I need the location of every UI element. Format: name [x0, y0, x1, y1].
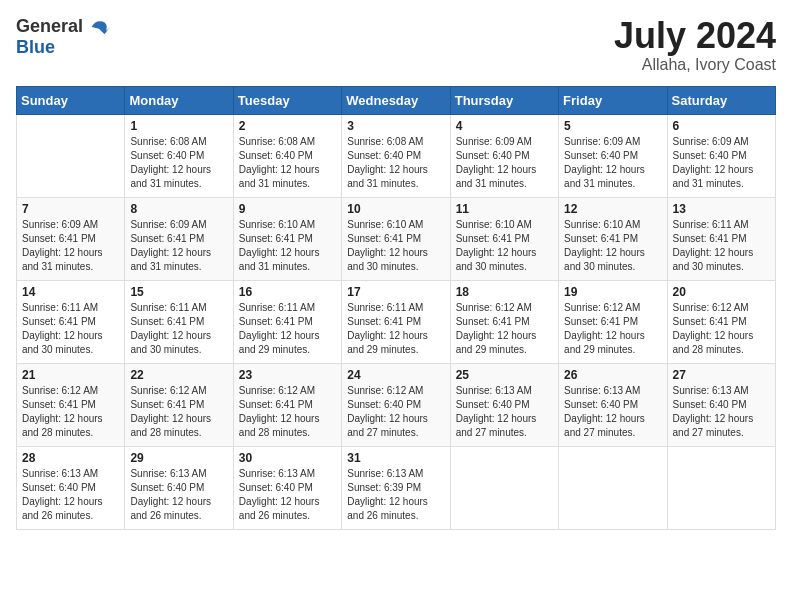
title-block: July 2024 Allaha, Ivory Coast [614, 16, 776, 74]
day-info: Sunrise: 6:13 AM Sunset: 6:40 PM Dayligh… [239, 467, 336, 523]
sunrise-label: Sunrise: 6:09 AM [673, 136, 749, 147]
calendar-cell: 27 Sunrise: 6:13 AM Sunset: 6:40 PM Dayl… [667, 363, 775, 446]
weekday-header-wednesday: Wednesday [342, 86, 450, 114]
day-info: Sunrise: 6:12 AM Sunset: 6:41 PM Dayligh… [239, 384, 336, 440]
calendar-cell: 31 Sunrise: 6:13 AM Sunset: 6:39 PM Dayl… [342, 446, 450, 529]
day-number: 26 [564, 368, 661, 382]
sunset-label: Sunset: 6:40 PM [456, 399, 530, 410]
day-info: Sunrise: 6:09 AM Sunset: 6:40 PM Dayligh… [456, 135, 553, 191]
sunset-label: Sunset: 6:40 PM [564, 150, 638, 161]
day-number: 7 [22, 202, 119, 216]
sunset-label: Sunset: 6:41 PM [22, 316, 96, 327]
calendar-cell: 14 Sunrise: 6:11 AM Sunset: 6:41 PM Dayl… [17, 280, 125, 363]
calendar-cell: 22 Sunrise: 6:12 AM Sunset: 6:41 PM Dayl… [125, 363, 233, 446]
daylight-label: Daylight: 12 hours and 31 minutes. [456, 164, 537, 189]
day-info: Sunrise: 6:12 AM Sunset: 6:41 PM Dayligh… [22, 384, 119, 440]
day-info: Sunrise: 6:09 AM Sunset: 6:41 PM Dayligh… [22, 218, 119, 274]
day-info: Sunrise: 6:11 AM Sunset: 6:41 PM Dayligh… [130, 301, 227, 357]
calendar-week-row: 1 Sunrise: 6:08 AM Sunset: 6:40 PM Dayli… [17, 114, 776, 197]
calendar-week-row: 7 Sunrise: 6:09 AM Sunset: 6:41 PM Dayli… [17, 197, 776, 280]
day-number: 23 [239, 368, 336, 382]
daylight-label: Daylight: 12 hours and 27 minutes. [456, 413, 537, 438]
daylight-label: Daylight: 12 hours and 28 minutes. [130, 413, 211, 438]
sunrise-label: Sunrise: 6:09 AM [22, 219, 98, 230]
sunset-label: Sunset: 6:41 PM [456, 316, 530, 327]
day-info: Sunrise: 6:12 AM Sunset: 6:41 PM Dayligh… [456, 301, 553, 357]
daylight-label: Daylight: 12 hours and 26 minutes. [130, 496, 211, 521]
sunrise-label: Sunrise: 6:13 AM [673, 385, 749, 396]
day-info: Sunrise: 6:13 AM Sunset: 6:40 PM Dayligh… [22, 467, 119, 523]
daylight-label: Daylight: 12 hours and 29 minutes. [239, 330, 320, 355]
day-number: 27 [673, 368, 770, 382]
calendar-week-row: 28 Sunrise: 6:13 AM Sunset: 6:40 PM Dayl… [17, 446, 776, 529]
day-info: Sunrise: 6:10 AM Sunset: 6:41 PM Dayligh… [347, 218, 444, 274]
sunrise-label: Sunrise: 6:13 AM [347, 468, 423, 479]
daylight-label: Daylight: 12 hours and 30 minutes. [347, 247, 428, 272]
weekday-header-tuesday: Tuesday [233, 86, 341, 114]
day-number: 3 [347, 119, 444, 133]
day-info: Sunrise: 6:09 AM Sunset: 6:40 PM Dayligh… [673, 135, 770, 191]
day-info: Sunrise: 6:13 AM Sunset: 6:40 PM Dayligh… [456, 384, 553, 440]
sunrise-label: Sunrise: 6:13 AM [130, 468, 206, 479]
sunrise-label: Sunrise: 6:12 AM [673, 302, 749, 313]
daylight-label: Daylight: 12 hours and 27 minutes. [347, 413, 428, 438]
day-info: Sunrise: 6:11 AM Sunset: 6:41 PM Dayligh… [347, 301, 444, 357]
sunset-label: Sunset: 6:41 PM [347, 316, 421, 327]
sunrise-label: Sunrise: 6:12 AM [130, 385, 206, 396]
daylight-label: Daylight: 12 hours and 29 minutes. [347, 330, 428, 355]
sunset-label: Sunset: 6:40 PM [239, 482, 313, 493]
calendar-cell: 24 Sunrise: 6:12 AM Sunset: 6:40 PM Dayl… [342, 363, 450, 446]
logo: General Blue [16, 16, 110, 58]
day-number: 9 [239, 202, 336, 216]
calendar-cell: 20 Sunrise: 6:12 AM Sunset: 6:41 PM Dayl… [667, 280, 775, 363]
calendar-cell: 10 Sunrise: 6:10 AM Sunset: 6:41 PM Dayl… [342, 197, 450, 280]
sunset-label: Sunset: 6:41 PM [130, 316, 204, 327]
month-title: July 2024 [614, 16, 776, 56]
sunrise-label: Sunrise: 6:08 AM [130, 136, 206, 147]
sunset-label: Sunset: 6:40 PM [130, 482, 204, 493]
sunset-label: Sunset: 6:41 PM [673, 316, 747, 327]
sunset-label: Sunset: 6:40 PM [130, 150, 204, 161]
day-number: 13 [673, 202, 770, 216]
weekday-header-saturday: Saturday [667, 86, 775, 114]
daylight-label: Daylight: 12 hours and 31 minutes. [130, 247, 211, 272]
calendar-cell: 12 Sunrise: 6:10 AM Sunset: 6:41 PM Dayl… [559, 197, 667, 280]
daylight-label: Daylight: 12 hours and 31 minutes. [130, 164, 211, 189]
sunrise-label: Sunrise: 6:09 AM [564, 136, 640, 147]
calendar-cell [667, 446, 775, 529]
daylight-label: Daylight: 12 hours and 28 minutes. [673, 330, 754, 355]
calendar-cell: 28 Sunrise: 6:13 AM Sunset: 6:40 PM Dayl… [17, 446, 125, 529]
weekday-header-sunday: Sunday [17, 86, 125, 114]
sunrise-label: Sunrise: 6:12 AM [456, 302, 532, 313]
day-info: Sunrise: 6:13 AM Sunset: 6:40 PM Dayligh… [564, 384, 661, 440]
calendar-cell: 13 Sunrise: 6:11 AM Sunset: 6:41 PM Dayl… [667, 197, 775, 280]
day-number: 1 [130, 119, 227, 133]
calendar-cell: 9 Sunrise: 6:10 AM Sunset: 6:41 PM Dayli… [233, 197, 341, 280]
calendar-cell: 11 Sunrise: 6:10 AM Sunset: 6:41 PM Dayl… [450, 197, 558, 280]
sunset-label: Sunset: 6:40 PM [347, 150, 421, 161]
day-info: Sunrise: 6:12 AM Sunset: 6:41 PM Dayligh… [564, 301, 661, 357]
sunrise-label: Sunrise: 6:08 AM [239, 136, 315, 147]
sunset-label: Sunset: 6:41 PM [22, 399, 96, 410]
calendar-cell: 3 Sunrise: 6:08 AM Sunset: 6:40 PM Dayli… [342, 114, 450, 197]
day-info: Sunrise: 6:08 AM Sunset: 6:40 PM Dayligh… [347, 135, 444, 191]
logo-blue-text: Blue [16, 37, 55, 57]
sunset-label: Sunset: 6:41 PM [239, 316, 313, 327]
daylight-label: Daylight: 12 hours and 27 minutes. [673, 413, 754, 438]
sunset-label: Sunset: 6:41 PM [130, 233, 204, 244]
day-number: 18 [456, 285, 553, 299]
daylight-label: Daylight: 12 hours and 28 minutes. [239, 413, 320, 438]
day-number: 16 [239, 285, 336, 299]
sunrise-label: Sunrise: 6:08 AM [347, 136, 423, 147]
sunset-label: Sunset: 6:39 PM [347, 482, 421, 493]
daylight-label: Daylight: 12 hours and 27 minutes. [564, 413, 645, 438]
sunset-label: Sunset: 6:41 PM [130, 399, 204, 410]
daylight-label: Daylight: 12 hours and 28 minutes. [22, 413, 103, 438]
day-number: 11 [456, 202, 553, 216]
day-number: 31 [347, 451, 444, 465]
day-number: 25 [456, 368, 553, 382]
sunset-label: Sunset: 6:40 PM [347, 399, 421, 410]
calendar-cell: 16 Sunrise: 6:11 AM Sunset: 6:41 PM Dayl… [233, 280, 341, 363]
day-number: 5 [564, 119, 661, 133]
sunrise-label: Sunrise: 6:11 AM [239, 302, 315, 313]
